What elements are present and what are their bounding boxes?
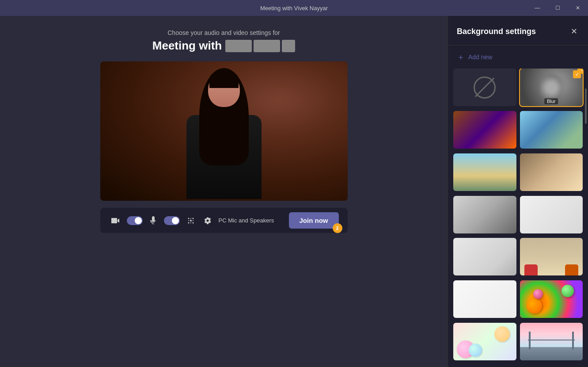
bg-white-room-item[interactable] <box>520 196 583 233</box>
window-title: Meeting with Vivek Nayyar <box>260 5 328 11</box>
maximize-button[interactable]: ☐ <box>547 0 568 16</box>
lounge-chair2 <box>565 264 578 275</box>
audio-toggle-knob <box>172 217 179 224</box>
mic-button[interactable] <box>148 214 159 227</box>
left-panel: Choose your audio and video settings for… <box>0 16 448 367</box>
close-button[interactable]: ✕ <box>568 0 588 16</box>
panel-header: Background settings ✕ <box>448 16 588 46</box>
video-toggle-knob <box>135 217 142 224</box>
svg-point-8 <box>190 222 191 223</box>
bg-pastel-balls-item[interactable] <box>453 323 516 360</box>
meeting-with-label: Meeting with <box>152 39 222 53</box>
bridge-tower2 <box>572 332 574 349</box>
background-settings-panel: Background settings ✕ ＋ Add new 1 ✓ Blur <box>448 16 588 367</box>
audio-toggle[interactable] <box>164 216 180 225</box>
add-new-row[interactable]: ＋ Add new <box>448 46 588 69</box>
bg-office-item[interactable] <box>520 111 583 149</box>
bg-blur-item[interactable]: 1 ✓ Blur <box>520 69 583 106</box>
minimize-button[interactable]: — <box>527 0 547 16</box>
svg-point-5 <box>190 218 191 219</box>
video-toggle[interactable] <box>127 216 143 225</box>
controls-bar: PC Mic and Speakers Join now 2 <box>100 208 348 233</box>
mic-icon <box>150 216 157 225</box>
scrollbar-track <box>585 88 587 363</box>
svg-point-2 <box>188 222 189 223</box>
audio-device-label: PC Mic and Speakers <box>219 217 284 224</box>
add-new-label: Add new <box>468 54 492 61</box>
video-preview <box>100 61 348 201</box>
effects-icon <box>187 217 195 225</box>
svg-point-1 <box>192 218 193 219</box>
ball2 <box>561 285 574 297</box>
bridge-cable <box>528 340 575 340</box>
video-background <box>100 61 348 201</box>
title-bar: Meeting with Vivek Nayyar — ☐ ✕ <box>0 0 588 16</box>
blur-label: Blur <box>544 98 558 104</box>
svg-point-6 <box>188 220 189 221</box>
window-controls: — ☐ ✕ <box>527 0 588 16</box>
pball2 <box>469 344 482 357</box>
bg-colorful-balls-item[interactable] <box>520 280 583 318</box>
scrollbar-thumb[interactable] <box>585 88 587 124</box>
person-head-area <box>208 73 240 107</box>
ball1 <box>527 298 542 313</box>
bg-lounge-item[interactable] <box>520 238 583 275</box>
blur-circle <box>540 74 562 101</box>
join-now-label: Join now <box>300 217 328 224</box>
join-badge: 2 <box>333 223 342 233</box>
bg-room1-item[interactable] <box>453 196 516 233</box>
svg-point-3 <box>192 222 193 223</box>
camera-icon <box>111 217 120 224</box>
meeting-title-row: Meeting with <box>152 39 295 53</box>
bg-none-item[interactable] <box>453 69 516 106</box>
redact-block-3 <box>282 40 295 52</box>
svg-point-4 <box>190 220 192 222</box>
panel-title: Background settings <box>457 27 536 36</box>
person-figure <box>180 73 268 201</box>
background-grid: 1 ✓ Blur <box>448 69 588 367</box>
effects-button[interactable] <box>185 215 197 226</box>
bridge-tower1 <box>529 332 531 349</box>
svg-point-0 <box>188 218 189 219</box>
meeting-name-redacted <box>225 40 295 52</box>
no-bg-circle <box>474 76 496 99</box>
settings-button[interactable] <box>202 215 213 226</box>
bg-bedroom-item[interactable] <box>453 238 516 275</box>
person-face <box>208 73 240 107</box>
redact-block-2 <box>254 40 280 52</box>
add-new-icon: ＋ <box>457 52 465 62</box>
bg-skyline-item[interactable] <box>453 153 516 191</box>
redact-block-1 <box>225 40 252 52</box>
bg-purple-dancer-item[interactable] <box>453 111 516 149</box>
no-bg-line <box>475 77 495 97</box>
panel-close-button[interactable]: ✕ <box>569 25 579 38</box>
join-now-button[interactable]: Join now 2 <box>289 212 339 229</box>
bg-white-studio-item[interactable] <box>453 280 516 318</box>
bg-interior-item[interactable] <box>520 153 583 191</box>
choose-text: Choose your audio and video settings for <box>167 29 280 36</box>
bg-bridge-item[interactable] <box>520 323 583 360</box>
svg-point-7 <box>193 220 193 221</box>
camera-button[interactable] <box>109 215 121 226</box>
person-hair-top <box>209 70 239 88</box>
ball3 <box>533 289 543 299</box>
settings-icon <box>204 217 212 225</box>
main-content: Choose your audio and video settings for… <box>0 16 588 367</box>
pball3 <box>494 326 510 342</box>
lounge-chair1 <box>524 264 538 275</box>
